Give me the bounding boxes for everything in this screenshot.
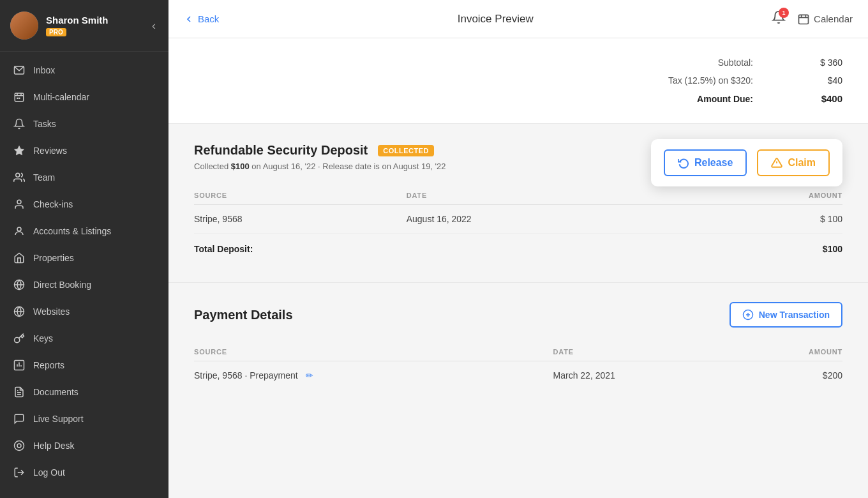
sidebar-item-help-desk[interactable]: Help Desk — [0, 432, 168, 459]
sidebar-item-label: Inbox — [33, 65, 55, 75]
deposit-amount: $ 100 — [693, 205, 842, 234]
sidebar-item-label: Reports — [33, 360, 64, 370]
sidebar-item-label: Live Support — [33, 414, 84, 424]
new-transaction-label: New Transaction — [759, 310, 830, 320]
sidebar-item-multi-calendar[interactable]: Multi-calendar — [0, 84, 168, 110]
sidebar-item-label: Tasks — [33, 119, 56, 129]
content-area: Subtotal: $ 360 Tax (12.5%) on $320: $40… — [168, 38, 868, 498]
action-popup: Release Claim — [651, 139, 842, 186]
svg-point-22 — [17, 444, 21, 448]
checkins-icon — [13, 198, 26, 211]
deposit-title: Refundable Security Deposit — [194, 143, 368, 158]
sidebar-item-properties[interactable]: Properties — [0, 245, 168, 271]
sidebar-item-live-support[interactable]: Live Support — [0, 405, 168, 432]
sidebar-nav: Inbox Multi-calendar Tasks Reviews Team — [0, 52, 168, 498]
accounts-icon — [13, 225, 26, 238]
keys-icon — [13, 332, 26, 345]
calendar-button[interactable]: Calendar — [797, 13, 853, 26]
sidebar-item-label: Properties — [33, 253, 74, 263]
avatar — [10, 11, 38, 40]
sidebar-item-reviews[interactable]: Reviews — [0, 137, 168, 164]
sidebar-item-inbox[interactable]: Inbox — [0, 57, 168, 84]
tax-value: $40 — [791, 75, 842, 86]
pro-badge: PRO — [46, 28, 66, 36]
release-button[interactable]: Release — [664, 149, 747, 176]
websites-icon — [13, 305, 26, 318]
notification-button[interactable]: 1 — [772, 10, 786, 27]
sidebar-item-documents[interactable]: Documents — [0, 379, 168, 405]
sidebar-item-reports[interactable]: Reports — [0, 352, 168, 379]
sidebar-user: Sharon Smith PRO — [10, 11, 108, 40]
tasks-icon — [13, 117, 26, 130]
sidebar-item-label: Websites — [33, 306, 70, 317]
svg-marker-7 — [15, 146, 24, 155]
topbar-actions: 1 Calendar — [772, 10, 853, 27]
sidebar-item-keys[interactable]: Keys — [0, 325, 168, 352]
properties-icon — [13, 252, 26, 264]
back-button[interactable]: Back — [184, 13, 219, 24]
payment-date: March 22, 2021 — [553, 361, 740, 390]
svg-rect-1 — [15, 93, 24, 102]
sidebar-item-websites[interactable]: Websites — [0, 298, 168, 325]
documents-icon — [13, 386, 26, 398]
svg-rect-24 — [799, 15, 809, 24]
payment-header: Payment Details New Transaction — [194, 302, 842, 328]
sidebar-item-label: Accounts & Listings — [33, 226, 111, 236]
payment-title: Payment Details — [194, 308, 293, 322]
notification-badge: 1 — [779, 8, 789, 18]
sidebar: Sharon Smith PRO ‹ Inbox Multi-calendar … — [0, 0, 168, 498]
payment-col-amount: AMOUNT — [740, 343, 842, 361]
sidebar-item-label: Direct Booking — [33, 280, 91, 290]
svg-point-8 — [16, 173, 20, 177]
sidebar-item-label: Documents — [33, 387, 79, 397]
sidebar-item-team[interactable]: Team — [0, 164, 168, 191]
subtotal-row: Subtotal: $ 360 — [194, 54, 842, 72]
deposit-table: SOURCE DATE AMOUNT Stripe, 9568 August 1… — [194, 186, 842, 263]
sidebar-item-tasks[interactable]: Tasks — [0, 110, 168, 137]
calendar-grid-icon — [13, 91, 26, 103]
logout-icon — [13, 466, 26, 479]
edit-payment-icon[interactable]: ✏ — [306, 370, 313, 381]
payment-section: Payment Details New Transaction SOURCE D… — [168, 283, 868, 409]
deposit-row: Stripe, 9568 August 16, 2022 $ 100 — [194, 205, 842, 234]
claim-button[interactable]: Claim — [757, 149, 830, 176]
sidebar-item-log-out[interactable]: Log Out — [0, 459, 168, 486]
new-transaction-button[interactable]: New Transaction — [730, 302, 842, 328]
help-desk-icon — [13, 439, 26, 452]
sidebar-item-label: Log Out — [33, 467, 65, 478]
live-support-icon — [13, 412, 26, 425]
inbox-icon — [13, 64, 26, 77]
payment-table: SOURCE DATE AMOUNT Stripe, 9568 · Prepay… — [194, 343, 842, 389]
invoice-summary: Subtotal: $ 360 Tax (12.5%) on $320: $40… — [168, 38, 868, 124]
main-content: Back Invoice Preview 1 Calendar Subtotal… — [168, 0, 868, 498]
collected-badge: COLLECTED — [378, 145, 434, 156]
sidebar-item-label: Team — [33, 172, 55, 183]
claim-label: Claim — [788, 157, 816, 169]
tax-label: Tax (12.5%) on $320: — [613, 75, 753, 86]
amount-due-row: Amount Due: $400 — [194, 89, 842, 108]
deposit-total-row: Total Deposit: $100 — [194, 234, 842, 264]
subtotal-value: $ 360 — [791, 57, 842, 68]
deposit-total-label: Total Deposit: — [194, 234, 693, 264]
sidebar-item-direct-booking[interactable]: Direct Booking — [0, 271, 168, 298]
payment-source: Stripe, 9568 · Prepayment ✏ — [194, 361, 553, 390]
back-label: Back — [198, 13, 219, 24]
payment-amount: $200 — [740, 361, 842, 390]
deposit-col-date: DATE — [407, 186, 693, 205]
subtotal-label: Subtotal: — [613, 57, 753, 68]
svg-rect-5 — [17, 98, 18, 99]
deposit-date: August 16, 2022 — [407, 205, 693, 234]
team-icon — [13, 171, 26, 184]
payment-col-source: SOURCE — [194, 343, 553, 361]
sidebar-item-label: Reviews — [33, 146, 67, 156]
svg-point-9 — [17, 200, 21, 204]
sidebar-item-accounts-listings[interactable]: Accounts & Listings — [0, 218, 168, 245]
payment-col-date: DATE — [553, 343, 740, 361]
deposit-total-value: $100 — [693, 234, 842, 264]
deposit-section: Refundable Security Deposit COLLECTED Co… — [168, 124, 868, 283]
sidebar-item-label: Check-ins — [33, 199, 73, 209]
sidebar-item-checkins[interactable]: Check-ins — [0, 191, 168, 218]
user-name: Sharon Smith — [46, 15, 108, 26]
amount-due-label: Amount Due: — [613, 94, 753, 104]
sidebar-collapse-button[interactable]: ‹ — [149, 17, 158, 35]
